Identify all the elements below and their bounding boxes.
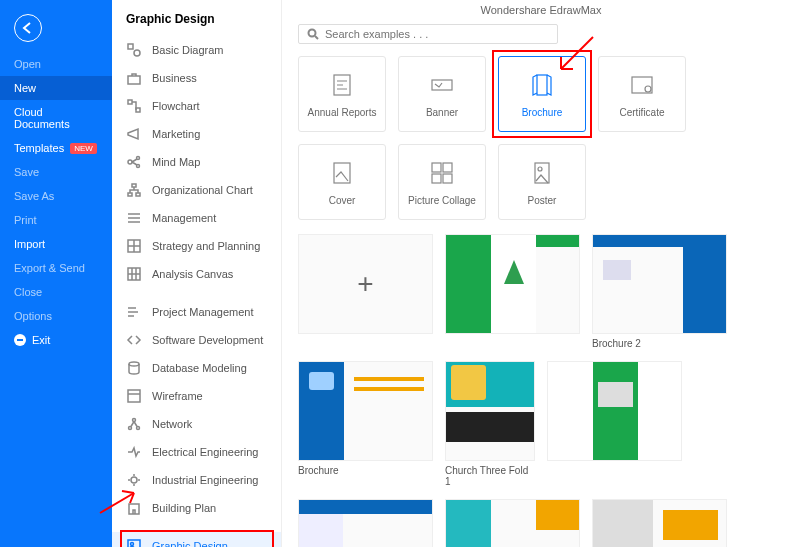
orgchart-icon — [126, 182, 142, 198]
template-item[interactable] — [445, 499, 580, 547]
template-item[interactable] — [445, 234, 580, 349]
svg-rect-2 — [128, 76, 140, 84]
gear-icon — [126, 472, 142, 488]
category-title: Graphic Design — [112, 12, 281, 36]
template-label: Brochure — [298, 461, 433, 476]
cat-industrial[interactable]: Industrial Engineering — [112, 466, 281, 494]
template-item[interactable] — [547, 361, 682, 487]
nav-save[interactable]: Save — [0, 160, 112, 184]
cat-network[interactable]: Network — [112, 410, 281, 438]
category-panel: Graphic Design Basic Diagram Business Fl… — [112, 0, 282, 547]
brochure-icon — [528, 71, 556, 99]
list-icon — [126, 210, 142, 226]
template-thumb — [298, 361, 433, 461]
cat-flowchart[interactable]: Flowchart — [112, 92, 281, 120]
building-icon — [126, 500, 142, 516]
template-thumb — [298, 499, 433, 547]
template-thumb — [592, 234, 727, 334]
shapes-icon — [126, 42, 142, 58]
tile-certificate[interactable]: Certificate — [598, 56, 686, 132]
cat-mind-map[interactable]: Mind Map — [112, 148, 281, 176]
nav-exit[interactable]: Exit — [0, 328, 112, 352]
cat-project-mgmt[interactable]: Project Management — [112, 298, 281, 326]
nav-templates[interactable]: TemplatesNEW — [0, 136, 112, 160]
svg-point-21 — [131, 543, 134, 546]
cat-business[interactable]: Business — [112, 64, 281, 92]
cat-marketing[interactable]: Marketing — [112, 120, 281, 148]
template-item[interactable]: Brochure 2 — [592, 234, 727, 349]
nav-import[interactable]: Import — [0, 232, 112, 256]
poster-icon — [528, 159, 556, 187]
wireframe-icon — [126, 388, 142, 404]
svg-rect-19 — [129, 504, 139, 514]
canvas-icon — [126, 266, 142, 282]
search-input[interactable] — [325, 28, 549, 40]
svg-rect-33 — [443, 174, 452, 183]
cat-org-chart[interactable]: Organizational Chart — [112, 176, 281, 204]
nav-export-send[interactable]: Export & Send — [0, 256, 112, 280]
nav-save-as[interactable]: Save As — [0, 184, 112, 208]
tile-cover[interactable]: Cover — [298, 144, 386, 220]
cat-database[interactable]: Database Modeling — [112, 354, 281, 382]
svg-point-16 — [129, 427, 132, 430]
tile-poster[interactable]: Poster — [498, 144, 586, 220]
cat-graphic-design[interactable]: Graphic Design — [112, 532, 281, 547]
svg-point-1 — [134, 50, 140, 56]
file-menu-sidebar: Open New Cloud Documents TemplatesNEW Sa… — [0, 0, 112, 547]
gantt-icon — [126, 304, 142, 320]
tile-banner[interactable]: Banner — [398, 56, 486, 132]
cat-wireframe[interactable]: Wireframe — [112, 382, 281, 410]
nav-cloud-documents[interactable]: Cloud Documents — [0, 100, 112, 136]
back-button[interactable] — [14, 14, 42, 42]
svg-point-35 — [538, 167, 542, 171]
template-thumb — [547, 361, 682, 461]
nav-options[interactable]: Options — [0, 304, 112, 328]
template-thumb — [445, 361, 535, 461]
template-label: Church Three Fold 1 — [445, 461, 535, 487]
template-item[interactable] — [592, 499, 727, 547]
svg-point-23 — [309, 30, 316, 37]
code-icon — [126, 332, 142, 348]
strategy-icon — [126, 238, 142, 254]
svg-point-13 — [129, 362, 139, 366]
svg-rect-9 — [128, 193, 132, 196]
mindmap-icon — [126, 154, 142, 170]
nav-open[interactable]: Open — [0, 52, 112, 76]
design-icon — [126, 538, 142, 547]
cat-software-dev[interactable]: Software Development — [112, 326, 281, 354]
template-thumb — [592, 499, 727, 547]
cat-electrical[interactable]: Electrical Engineering — [112, 438, 281, 466]
template-new-blank[interactable]: + — [298, 234, 433, 349]
svg-rect-0 — [128, 44, 133, 49]
template-thumb — [445, 499, 580, 547]
svg-rect-8 — [132, 184, 136, 187]
nav-new[interactable]: New — [0, 76, 112, 100]
nav-close[interactable]: Close — [0, 280, 112, 304]
svg-point-28 — [645, 86, 651, 92]
svg-rect-3 — [128, 100, 132, 104]
svg-point-5 — [128, 160, 132, 164]
svg-rect-31 — [443, 163, 452, 172]
svg-rect-10 — [136, 193, 140, 196]
cover-icon — [328, 159, 356, 187]
template-item[interactable]: Brochure — [298, 361, 433, 487]
svg-point-17 — [137, 427, 140, 430]
app-title: Wondershare EdrawMax — [282, 0, 800, 20]
nav-print[interactable]: Print — [0, 208, 112, 232]
tile-picture-collage[interactable]: Picture Collage — [398, 144, 486, 220]
search-box[interactable] — [298, 24, 558, 44]
cat-building[interactable]: Building Plan — [112, 494, 281, 522]
database-icon — [126, 360, 142, 376]
template-item[interactable] — [298, 499, 433, 547]
template-item[interactable]: Church Three Fold 1 — [445, 361, 535, 487]
svg-rect-27 — [632, 77, 652, 93]
cat-analysis[interactable]: Analysis Canvas — [112, 260, 281, 288]
svg-point-18 — [131, 477, 137, 483]
tile-brochure[interactable]: Brochure — [498, 56, 586, 132]
svg-rect-30 — [432, 163, 441, 172]
megaphone-icon — [126, 126, 142, 142]
tile-annual-reports[interactable]: Annual Reports — [298, 56, 386, 132]
cat-strategy[interactable]: Strategy and Planning — [112, 232, 281, 260]
cat-management[interactable]: Management — [112, 204, 281, 232]
cat-basic-diagram[interactable]: Basic Diagram — [112, 36, 281, 64]
